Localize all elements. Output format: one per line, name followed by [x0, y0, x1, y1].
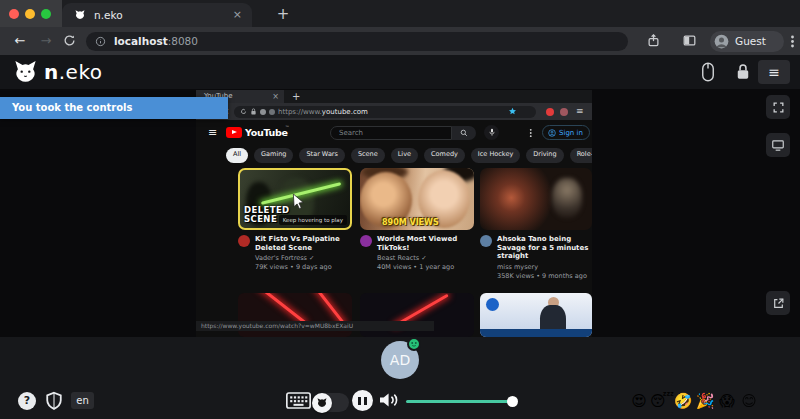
- channel-avatar-1[interactable]: [238, 235, 250, 247]
- emoji-party-popper[interactable]: 🎉: [694, 390, 716, 412]
- cat-favicon-icon: [74, 9, 86, 21]
- address-bar[interactable]: localhost:8080: [86, 32, 628, 51]
- mouse-control-icon[interactable]: [701, 62, 715, 82]
- cat-mode-toggle[interactable]: [313, 393, 349, 412]
- youtube-chips-row: All Gaming Star Wars Scene Live Comedy I…: [226, 148, 592, 163]
- reload-button[interactable]: [62, 33, 77, 48]
- profile-button[interactable]: Guest: [710, 31, 784, 52]
- toggle-knob[interactable]: [312, 393, 332, 413]
- video-thumbnail-2[interactable]: 890M VIEWS: [360, 168, 474, 230]
- url-host: localhost:8080: [114, 35, 198, 47]
- side-panel-icon[interactable]: [682, 33, 697, 48]
- chip-scene[interactable]: Scene: [351, 148, 385, 163]
- video-title-3: Ahsoka Tano being Savage for a 5 minutes…: [497, 235, 591, 261]
- remote-new-tab-button[interactable]: +: [292, 90, 300, 103]
- emoji-heart-eyes[interactable]: 😍: [628, 390, 650, 412]
- video-thumbnail-1[interactable]: DELETED SCENE Keep hovering to play: [238, 168, 352, 230]
- pause-button[interactable]: [352, 390, 373, 411]
- youtube-logo-icon[interactable]: [226, 127, 242, 138]
- video-card-1[interactable]: DELETED SCENE Keep hovering to play Kit …: [238, 168, 352, 271]
- video-title-1: Kit Fisto Vs Palpatine Deleted Scene: [255, 235, 349, 252]
- video-thumbnail-3[interactable]: [480, 168, 592, 230]
- window-zoom-button[interactable]: [41, 9, 51, 19]
- chip-comedy[interactable]: Comedy: [424, 148, 465, 163]
- language-button[interactable]: en: [71, 392, 94, 409]
- fullscreen-button[interactable]: [766, 95, 790, 119]
- forward-button[interactable]: →: [34, 27, 58, 55]
- help-button[interactable]: ?: [18, 392, 36, 410]
- remote-url-host: youtube.com: [322, 108, 368, 116]
- emoji-add-reaction[interactable]: 😊: [738, 390, 760, 412]
- remote-address-bar[interactable]: https://www.youtube.com: [234, 106, 536, 118]
- remote-tab-close-icon[interactable]: ×: [272, 90, 279, 103]
- keyboard-icon: [286, 392, 311, 409]
- remote-toolbar: → × https://www.youtube.com ≡: [196, 103, 592, 120]
- remote-menu-icon[interactable]: ≡: [576, 103, 584, 120]
- pause-bar: [364, 397, 367, 405]
- chip-all[interactable]: All: [226, 148, 248, 163]
- chip-role-playing-games[interactable]: Role-Playing Games: [570, 148, 592, 163]
- external-link-icon: [772, 297, 785, 310]
- video-card-3[interactable]: Ahsoka Tano being Savage for a 5 minutes…: [480, 168, 592, 280]
- screen-settings-button[interactable]: [766, 133, 790, 157]
- lock-icon[interactable]: [735, 63, 751, 80]
- youtube-search-input[interactable]: Search: [330, 126, 452, 140]
- neko-header: n.eko ≡: [0, 55, 800, 89]
- window-minimize-button[interactable]: [25, 9, 35, 19]
- site-info-icon[interactable]: [95, 36, 106, 47]
- channel-avatar-3[interactable]: [480, 235, 492, 247]
- youtube-signin-button[interactable]: Sign in: [542, 125, 590, 140]
- youtube-guide-icon[interactable]: ≡: [208, 126, 217, 139]
- remote-screen[interactable]: YouTube × + → × https://www.youtube.com …: [196, 90, 592, 337]
- chip-star-wars[interactable]: Star Wars: [299, 148, 344, 163]
- chip-ice-hockey[interactable]: Ice Hockey: [471, 148, 520, 163]
- volume-button[interactable]: [378, 391, 400, 409]
- browser-menu-icon[interactable]: [790, 35, 795, 48]
- browser-tab-neko[interactable]: n.eko ×: [62, 3, 252, 27]
- tab-title: n.eko: [94, 9, 123, 21]
- emoji-rofl[interactable]: 🤣: [672, 390, 694, 412]
- new-tab-button[interactable]: +: [272, 3, 294, 25]
- remote-extension-icon-2[interactable]: [269, 109, 275, 115]
- chip-gaming[interactable]: Gaming: [254, 148, 293, 163]
- emoji-scream[interactable]: 😱: [716, 390, 738, 412]
- video-thumbnail-row2-3[interactable]: [480, 293, 592, 337]
- back-button[interactable]: ←: [8, 27, 32, 55]
- neko-menu-button[interactable]: ≡: [758, 60, 790, 84]
- remote-url-prefix: https://www.: [278, 108, 322, 116]
- chip-live[interactable]: Live: [391, 148, 418, 163]
- search-icon: [460, 129, 468, 137]
- notification-text: You took the controls: [0, 97, 228, 119]
- open-external-button[interactable]: [766, 291, 790, 315]
- shield-button[interactable]: [45, 391, 63, 411]
- mouse-cursor-icon: [292, 194, 305, 209]
- youtube-logo-text[interactable]: YouTube: [245, 127, 288, 138]
- browser-toolbar: ← → localhost:8080 Guest: [0, 27, 800, 55]
- emoji-sleeping[interactable]: 😴: [650, 390, 672, 412]
- remote-extension-icon-3[interactable]: [560, 108, 568, 116]
- volume-slider-knob[interactable]: [507, 396, 518, 407]
- keyboard-button[interactable]: [286, 392, 311, 409]
- tab-close-icon[interactable]: ×: [233, 8, 242, 21]
- volume-slider[interactable]: [406, 400, 514, 404]
- channel-avatar-2[interactable]: [360, 235, 372, 247]
- share-icon[interactable]: [646, 33, 661, 48]
- remote-adblock-icon[interactable]: [546, 108, 554, 116]
- video-meta-2: 40M views • 1 year ago: [377, 263, 471, 271]
- youtube-mic-button[interactable]: [484, 125, 499, 140]
- remote-extension-icon[interactable]: [260, 109, 266, 115]
- news-banner: [480, 329, 592, 337]
- logo-bold: n: [44, 60, 59, 84]
- monitor-icon: [771, 139, 785, 152]
- youtube-menu-icon[interactable]: [529, 128, 533, 138]
- pause-bar: [358, 397, 361, 405]
- youtube-search-button[interactable]: [452, 126, 476, 140]
- window-close-button[interactable]: [9, 9, 19, 19]
- youtube-tm: ™: [285, 125, 290, 130]
- remote-bookmark-star-icon[interactable]: [508, 107, 517, 116]
- thumb2-overlay-text: 890M VIEWS: [382, 218, 439, 227]
- remote-reload-icon[interactable]: [240, 108, 247, 115]
- logo-rest: .eko: [59, 60, 103, 84]
- chip-driving[interactable]: Driving: [526, 148, 563, 163]
- video-card-2[interactable]: 890M VIEWS Worlds Most Viewed TikToks! B…: [360, 168, 474, 271]
